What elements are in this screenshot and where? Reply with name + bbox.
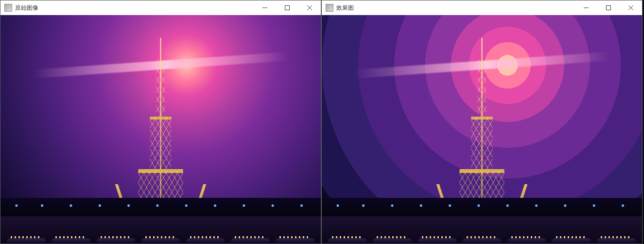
maximize-button[interactable] bbox=[597, 0, 620, 15]
svg-rect-1 bbox=[285, 6, 290, 10]
maximize-icon bbox=[285, 5, 290, 10]
image-app-icon bbox=[326, 4, 333, 12]
image-app-icon bbox=[4, 4, 12, 12]
window-title: 效果图 bbox=[336, 4, 575, 12]
window-effect: 效果图 bbox=[321, 0, 643, 244]
close-icon bbox=[628, 5, 633, 10]
window-controls bbox=[254, 0, 321, 15]
effect-image bbox=[322, 15, 642, 244]
light-beam bbox=[33, 52, 289, 79]
titlebar[interactable]: 原始图像 bbox=[0, 0, 321, 15]
maximize-button[interactable] bbox=[276, 0, 298, 15]
original-image bbox=[0, 15, 321, 244]
window-controls bbox=[575, 0, 642, 15]
close-icon bbox=[307, 5, 312, 10]
minimize-icon bbox=[584, 5, 589, 10]
image-viewport bbox=[322, 15, 642, 244]
minimize-icon bbox=[262, 5, 267, 10]
foreground bbox=[0, 198, 321, 244]
window-original: 原始图像 bbox=[0, 0, 321, 244]
light-beam bbox=[354, 52, 610, 79]
minimize-button[interactable] bbox=[254, 0, 276, 15]
close-button[interactable] bbox=[298, 0, 321, 15]
titlebar[interactable]: 效果图 bbox=[322, 0, 642, 15]
foreground bbox=[322, 198, 642, 244]
maximize-icon bbox=[606, 5, 611, 10]
window-title: 原始图像 bbox=[15, 4, 254, 12]
close-button[interactable] bbox=[620, 0, 642, 15]
minimize-button[interactable] bbox=[575, 0, 597, 15]
svg-rect-5 bbox=[607, 6, 611, 10]
image-viewport bbox=[0, 15, 321, 244]
